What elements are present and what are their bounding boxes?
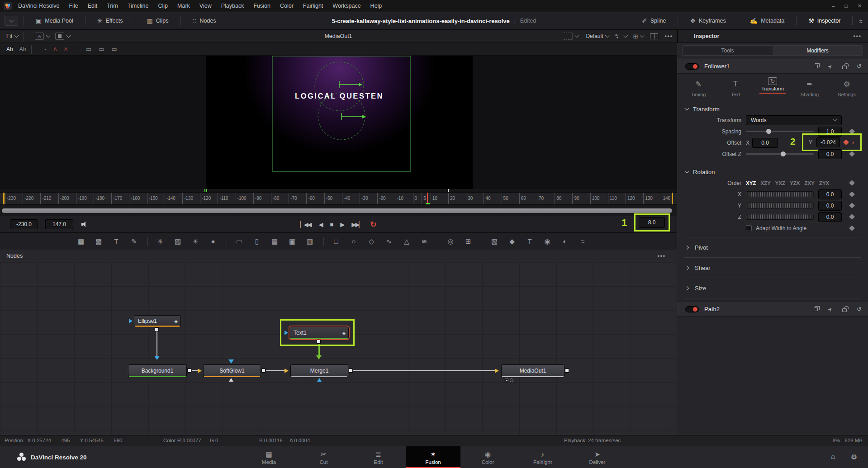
spotlight3d-tool[interactable]: ◐: [559, 237, 571, 245]
order-option-xyz[interactable]: XYZ: [746, 180, 756, 186]
offset-y-field[interactable]: -0.024: [816, 137, 840, 147]
enable-toggle[interactable]: [685, 63, 699, 70]
pin-icon[interactable]: ➤: [826, 305, 834, 313]
viewer-canvas[interactable]: LOGICAL QUESTEN: [0, 56, 677, 189]
ellipse-input-icon[interactable]: [129, 319, 133, 323]
ab-compare-icon[interactable]: Ab: [19, 46, 26, 52]
order-option-zxy[interactable]: ZXY: [805, 180, 815, 186]
menu-item-help[interactable]: Help: [370, 3, 382, 9]
pin-icon[interactable]: ➤: [826, 62, 834, 70]
rotation-z-field[interactable]: 0.0: [818, 212, 842, 222]
subtab-shading[interactable]: ✒Shading: [797, 77, 823, 102]
section-size[interactable]: Size: [677, 281, 868, 295]
inspector-button[interactable]: ⚒Inspector: [808, 17, 840, 24]
page-fairlight[interactable]: ♪Fairlight: [515, 446, 570, 468]
audio-mute-icon[interactable]: [81, 222, 89, 227]
reset-icon[interactable]: ↺: [857, 306, 862, 312]
red-channel-icon[interactable]: A: [53, 47, 57, 52]
text3d-tool[interactable]: T: [524, 237, 536, 245]
order-option-yxz[interactable]: YXZ: [775, 180, 785, 186]
merge3d-tool[interactable]: ▧: [489, 237, 500, 246]
camera3d-tool[interactable]: ◉: [541, 237, 553, 246]
menu-item-color[interactable]: Color: [280, 3, 294, 9]
polygon-mask-tool[interactable]: ◇: [365, 237, 377, 246]
path2-header[interactable]: Path2 ➤ ↺: [677, 302, 868, 317]
interface-toggle-button[interactable]: [5, 16, 18, 26]
particles-tool[interactable]: ✳: [154, 237, 166, 246]
guide-frame1-icon[interactable]: ▭: [86, 46, 91, 52]
menu-item-mark[interactable]: Mark: [177, 3, 190, 9]
background-tool[interactable]: ▦: [75, 237, 87, 246]
rotation-z-dial[interactable]: [746, 214, 814, 220]
keyframes-button[interactable]: ❖Keyframes: [690, 17, 726, 24]
dual-viewer-icon[interactable]: [650, 33, 658, 39]
app-icon[interactable]: [4, 2, 12, 10]
shape3d-tool[interactable]: ◆: [506, 237, 518, 246]
node-background1[interactable]: Background1: [128, 364, 187, 377]
ab-solo-icon[interactable]: Ab: [6, 46, 13, 52]
step-back-button[interactable]: ◀: [318, 221, 322, 228]
gain-gamma-icon[interactable]: ▪: [44, 47, 46, 52]
node-merge1[interactable]: Merge1: [290, 364, 348, 377]
maximize-button[interactable]: □: [844, 3, 848, 9]
stop-button[interactable]: ■: [330, 221, 332, 228]
grid-warp-tool[interactable]: ⊞: [462, 237, 474, 246]
offset-z-field[interactable]: 0.0: [818, 149, 842, 159]
rotation-x-dial[interactable]: [746, 191, 814, 197]
viewer-options-menu[interactable]: •••: [664, 33, 673, 39]
goto-end-button[interactable]: ▶▶▏: [351, 221, 362, 228]
color-corrector-tool[interactable]: ●: [207, 237, 219, 245]
inspector-options-menu[interactable]: •••: [853, 33, 862, 39]
page-media[interactable]: ▤Media: [242, 446, 296, 468]
merge-output-port[interactable]: [349, 369, 353, 373]
triangle-mask-tool[interactable]: △: [401, 237, 413, 246]
tracker-tool[interactable]: ◎: [445, 237, 456, 246]
page-color[interactable]: ◉Color: [460, 446, 515, 468]
node-graph[interactable]: Ellipse1 ◈ Text1 ◈ Background1 SoftGlow1…: [0, 262, 677, 435]
effects-button[interactable]: ✳Effects: [97, 17, 123, 24]
close-button[interactable]: ✕: [858, 3, 862, 9]
menu-item-fusion[interactable]: Fusion: [253, 3, 270, 9]
keyframe-diamond-icon[interactable]: [849, 214, 855, 220]
magic-mask-tool[interactable]: ≋: [418, 237, 430, 246]
transform-section-header[interactable]: Transform: [677, 104, 868, 114]
gear-icon[interactable]: ⚙: [851, 453, 857, 461]
node-ellipse1[interactable]: Ellipse1 ◈: [134, 315, 181, 327]
keyframe-diamond-red-icon[interactable]: [843, 139, 849, 145]
order-option-zyx[interactable]: ZYX: [819, 180, 829, 186]
home-icon[interactable]: ⌂: [831, 453, 835, 461]
rotation-y-dial[interactable]: [746, 203, 814, 208]
lock-icon[interactable]: [842, 66, 847, 69]
tab-tools[interactable]: Tools: [683, 46, 773, 55]
render-end-field[interactable]: 147.0: [45, 219, 73, 229]
rotation-x-field[interactable]: 0.0: [818, 189, 842, 199]
order-option-yzx[interactable]: YZX: [790, 180, 800, 186]
tab-modifiers[interactable]: Modifiers: [773, 46, 863, 55]
media-in-tool[interactable]: ▣: [286, 237, 298, 246]
mediaout-output-port[interactable]: [565, 369, 569, 373]
metadata-button[interactable]: ✍Metadata: [750, 17, 785, 24]
section-shear[interactable]: Shear: [677, 261, 868, 274]
view-layout-button[interactable]: [55, 33, 64, 40]
page-fusion[interactable]: ✶Fusion: [406, 446, 460, 468]
keyframe-diamond-icon[interactable]: [849, 180, 855, 186]
color-profile-dropdown[interactable]: Default: [586, 33, 603, 39]
node-mediaout1[interactable]: MediaOut1: [501, 364, 564, 377]
guide-frame2-icon[interactable]: ▭: [99, 46, 104, 52]
offset-x-field[interactable]: 0.0: [752, 138, 778, 148]
reset-icon[interactable]: ↺: [857, 63, 862, 70]
play-button[interactable]: ▶: [340, 221, 344, 228]
page-deliver[interactable]: ➤Deliver: [570, 446, 625, 468]
menu-item-edit[interactable]: Edit: [88, 3, 98, 9]
follower-header[interactable]: Follower1 ➤ ↺: [677, 59, 868, 74]
panel-toggle-icon[interactable]: ⌅: [858, 17, 863, 24]
bspline-mask-tool[interactable]: ∿: [383, 237, 395, 246]
minimize-button[interactable]: –: [832, 3, 835, 9]
grid-icon[interactable]: ⊞: [633, 33, 638, 40]
color-wheels-icon[interactable]: [614, 33, 621, 39]
enable-toggle[interactable]: [685, 306, 699, 312]
media-pool-button[interactable]: ▣Media Pool: [36, 17, 73, 24]
ellipse-output-port[interactable]: [155, 327, 159, 331]
renderer3d-tool[interactable]: ≈: [577, 237, 588, 245]
menu-item-davinci-resolve[interactable]: DaVinci Resolve: [18, 3, 59, 9]
